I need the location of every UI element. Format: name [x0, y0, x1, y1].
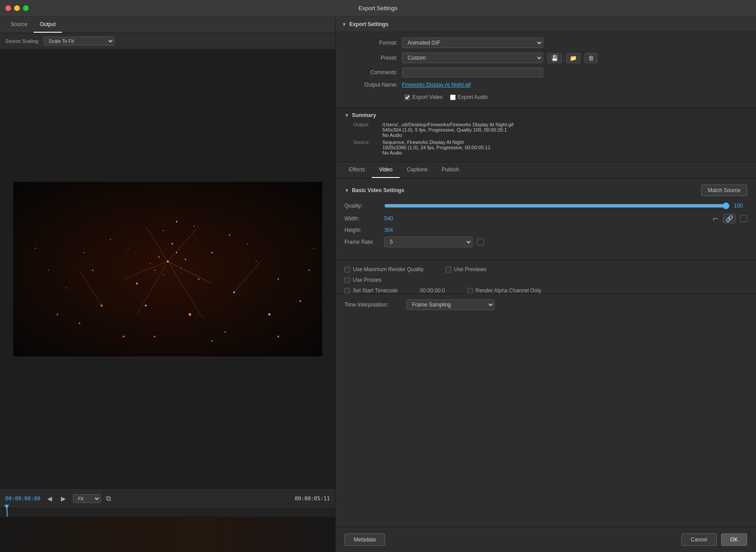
render-alpha-label: Render Alpha Channel Only: [476, 287, 541, 294]
window-title: Export Settings: [359, 5, 397, 11]
format-select[interactable]: Animated GIF H.264 H.265: [402, 38, 543, 48]
svg-point-31: [176, 221, 177, 222]
height-label: Height:: [344, 227, 380, 233]
summary-collapse-icon[interactable]: ▼: [344, 113, 349, 118]
summary-output-label: Output:: [353, 122, 380, 138]
quality-value: 100: [734, 203, 747, 209]
time-interp-select[interactable]: Frame Sampling Frame Blending Optical Fl…: [406, 299, 495, 310]
summary-content: Output: /Users/...ott/Desktop/Fireworks/…: [344, 122, 747, 155]
close-button[interactable]: [5, 5, 11, 11]
svg-point-24: [224, 331, 226, 333]
use-previews-box[interactable]: [446, 267, 451, 272]
tab-source[interactable]: Source: [4, 17, 34, 33]
preview-image: [13, 182, 322, 356]
comments-row: Comments:: [344, 68, 747, 77]
link-icon[interactable]: 🔗: [723, 214, 736, 223]
summary-title: Summary: [352, 112, 376, 118]
fit-select[interactable]: Fit 100% 50%: [73, 494, 101, 503]
timeline-bar[interactable]: [0, 508, 335, 517]
cancel-button[interactable]: Cancel: [681, 533, 716, 546]
aspect-ratio-box[interactable]: [740, 215, 747, 222]
summary-section: ▼ Summary Output: /Users/...ott/Desktop/…: [336, 107, 756, 162]
use-max-render-box[interactable]: [344, 267, 350, 272]
export-audio-input[interactable]: [450, 95, 456, 100]
render-alpha-check[interactable]: Render Alpha Channel Only: [467, 287, 541, 294]
use-proxies-check[interactable]: Use Proxies: [344, 277, 382, 283]
tab-captions[interactable]: Captions: [400, 162, 435, 178]
svg-point-20: [268, 313, 270, 315]
svg-point-35: [211, 340, 212, 341]
tab-output[interactable]: Output: [34, 17, 62, 33]
section-header-left: ▼ Basic Video Settings: [344, 187, 404, 193]
width-label: Width:: [344, 216, 380, 222]
checks-row-1: Use Maximum Render Quality Use Previews: [344, 266, 747, 272]
video-collapse-icon[interactable]: ▼: [344, 188, 349, 193]
match-source-button[interactable]: Match Source: [701, 185, 747, 196]
export-video-input[interactable]: [404, 95, 410, 100]
checks-row-3: Set Start Timecode 00:00:00:0 Render Alp…: [344, 287, 747, 294]
svg-point-22: [277, 278, 279, 280]
summary-output-val1: /Users/...ott/Desktop/Fireworks/Firework…: [382, 122, 513, 127]
frame-rate-label: Frame Rate:: [344, 239, 380, 245]
use-max-render-check[interactable]: Use Maximum Render Quality: [344, 266, 423, 272]
frame-rate-select[interactable]: 5 10 15 24 30: [384, 237, 472, 247]
render-alpha-box[interactable]: [467, 288, 473, 294]
ok-button[interactable]: OK: [721, 533, 747, 546]
use-proxies-box[interactable]: [344, 277, 350, 283]
metadata-button[interactable]: Metadata: [344, 533, 385, 546]
frame-rate-lock-box[interactable]: [477, 238, 484, 246]
minimize-button[interactable]: [14, 5, 20, 11]
maximize-button[interactable]: [23, 5, 29, 11]
output-name-link[interactable]: Fireworks Display At Night.gif: [402, 82, 471, 88]
svg-point-26: [145, 305, 147, 306]
set-start-timecode-check[interactable]: Set Start Timecode: [344, 287, 398, 294]
set-start-timecode-label: Set Start Timecode: [353, 287, 398, 294]
use-previews-check[interactable]: Use Previews: [446, 266, 486, 272]
video-settings: ▼ Basic Video Settings Match Source Qual…: [336, 178, 756, 260]
tab-video[interactable]: Video: [372, 162, 399, 178]
summary-source-val3: No Audio: [382, 150, 491, 155]
play-button[interactable]: ▶: [59, 494, 68, 503]
set-start-timecode-box[interactable]: [344, 288, 350, 294]
time-interp-label: Time Interpolation:: [344, 302, 402, 308]
save-preset-button[interactable]: 💾: [548, 53, 562, 63]
svg-point-4: [158, 256, 159, 257]
basic-video-title: Basic Video Settings: [352, 187, 404, 193]
clip-icon[interactable]: ⧉: [106, 495, 111, 503]
svg-point-10: [150, 263, 151, 264]
height-value[interactable]: 304: [384, 227, 393, 233]
video-tabs: Effects Video Captions Publish: [336, 162, 756, 178]
import-preset-button[interactable]: 📁: [566, 53, 580, 63]
svg-point-34: [154, 336, 155, 337]
collapse-arrow-icon[interactable]: ▼: [342, 22, 347, 27]
window-controls[interactable]: [5, 5, 29, 11]
time-interpolation-row: Time Interpolation: Frame Sampling Frame…: [336, 294, 756, 315]
comments-input[interactable]: [402, 68, 543, 77]
quality-row: Quality: 100: [344, 202, 747, 209]
svg-point-40: [308, 269, 310, 271]
export-video-checkbox[interactable]: Export Video: [404, 94, 443, 100]
svg-point-9: [185, 258, 186, 260]
preset-row: Preset: Custom 💾 📁 🗑: [344, 53, 747, 63]
summary-output-row: Output: /Users/...ott/Desktop/Fireworks/…: [353, 122, 747, 138]
preset-label: Preset:: [344, 55, 397, 61]
start-timecode-value: 00:00:00:0: [420, 287, 445, 294]
source-scaling-select[interactable]: Scale To Fit Scale To Fill Stretch To Fi…: [44, 37, 114, 45]
tab-effects[interactable]: Effects: [342, 162, 372, 178]
svg-point-18: [256, 261, 257, 262]
quality-slider[interactable]: [384, 202, 730, 209]
playhead: [7, 508, 8, 517]
summary-source-val2: 1920x1080 (1.0), 24 fps, Progressive, 00…: [382, 145, 491, 150]
rewind-button[interactable]: ◀: [45, 494, 54, 503]
width-value[interactable]: 540: [384, 216, 393, 222]
svg-point-29: [83, 252, 84, 253]
use-previews-label: Use Previews: [454, 266, 486, 272]
svg-point-25: [189, 313, 191, 316]
tab-publish[interactable]: Publish: [435, 162, 466, 178]
quality-label: Quality:: [344, 203, 380, 209]
summary-output-vals: /Users/...ott/Desktop/Fireworks/Firework…: [382, 122, 513, 138]
delete-preset-button[interactable]: 🗑: [585, 53, 597, 63]
summary-source-row: Source: Sequence, Fireworks Display At N…: [353, 140, 747, 155]
export-audio-checkbox[interactable]: Export Audio: [450, 94, 488, 100]
preset-select[interactable]: Custom: [402, 53, 543, 63]
